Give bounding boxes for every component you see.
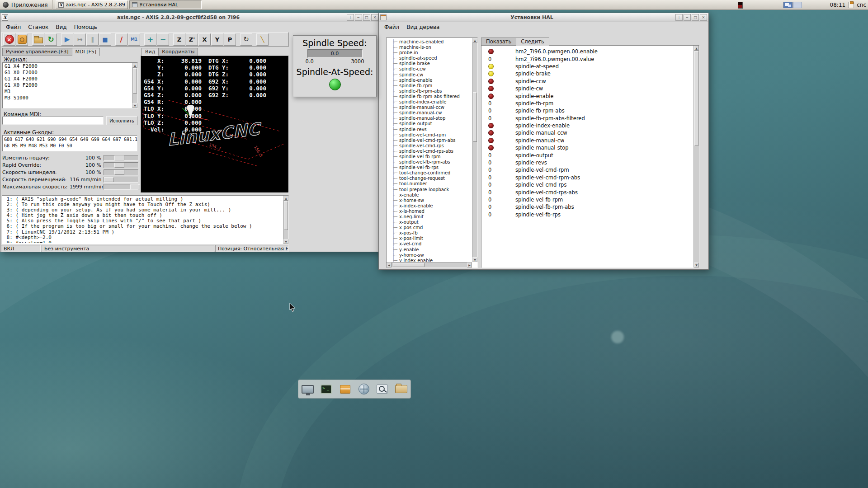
watch-row[interactable]: 0 spindle-vel-cmd-rpm bbox=[482, 166, 693, 174]
menu-item[interactable]: Вид дерева bbox=[403, 23, 443, 31]
estop-button[interactable]: × bbox=[3, 33, 15, 46]
hal-titlebar[interactable]: Установки HAL ↑−□× bbox=[379, 13, 708, 22]
override-slider[interactable] bbox=[104, 177, 138, 183]
slider-thumb[interactable] bbox=[114, 170, 124, 175]
history-item[interactable]: G1 X4 F2000 bbox=[4, 76, 132, 82]
scroll-up-icon[interactable] bbox=[472, 38, 477, 43]
watch-row[interactable]: 0 spindle-vel-cmd-rpm-abs bbox=[482, 174, 693, 181]
zoom-out-button[interactable]: − bbox=[157, 33, 169, 46]
open-file-button[interactable] bbox=[32, 33, 44, 46]
tree-item[interactable]: machine-is-enabled bbox=[387, 39, 472, 45]
history-item[interactable]: G1 X4 F2000 bbox=[4, 63, 132, 70]
stop-button[interactable]: ■ bbox=[99, 33, 111, 46]
shade-button[interactable]: ↑ bbox=[347, 14, 354, 21]
minimize-button[interactable]: − bbox=[684, 14, 691, 21]
watch-row[interactable]: 0 spindle-vel-fb-rpm-abs bbox=[482, 203, 693, 211]
tree-item[interactable]: spindle-revs bbox=[387, 127, 472, 132]
scroll-right-icon[interactable] bbox=[467, 263, 472, 267]
view-perspective-button[interactable]: P bbox=[224, 33, 236, 46]
slider-thumb[interactable] bbox=[130, 184, 140, 189]
tree-item[interactable]: spindle-fb-rpm bbox=[387, 83, 472, 89]
tree-item[interactable]: x-pos-fb bbox=[387, 230, 472, 236]
watch-row[interactable]: 0 spindle-vel-fb-rpm bbox=[482, 196, 693, 203]
tree-item[interactable]: spindle-index-enable bbox=[387, 99, 472, 105]
zoom-in-button[interactable]: + bbox=[144, 33, 156, 46]
mdi-execute-button[interactable]: Исполнить bbox=[106, 116, 137, 125]
tree-item[interactable]: spindle-enable bbox=[387, 78, 472, 83]
scroll-thumb[interactable] bbox=[473, 92, 477, 142]
tree-item[interactable]: spindle-manual-ccw bbox=[387, 105, 472, 110]
pause-button[interactable]: ‖ bbox=[86, 33, 99, 46]
slider-thumb[interactable] bbox=[114, 155, 124, 160]
menu-item[interactable]: Помощь bbox=[71, 23, 101, 31]
tree-item[interactable]: y-index-enable bbox=[387, 258, 472, 262]
menu-item[interactable]: Вид bbox=[52, 23, 70, 31]
control-tab[interactable]: MDI [F5] bbox=[72, 48, 100, 56]
tree-item[interactable]: probe-in bbox=[387, 50, 472, 56]
override-slider[interactable] bbox=[104, 162, 138, 168]
watch-row[interactable]: 0 spindle-vel-cmd-rps bbox=[482, 181, 693, 188]
machine-power-button[interactable]: ○ bbox=[16, 33, 28, 46]
tree-item[interactable]: x-neg-limit bbox=[387, 214, 472, 220]
preview-tab[interactable]: Вид bbox=[142, 48, 159, 56]
tree-item[interactable]: spindle-ccw bbox=[387, 66, 472, 72]
scroll-up-icon[interactable] bbox=[694, 46, 699, 51]
history-item[interactable]: G1 X0 F2000 bbox=[4, 82, 132, 89]
tree-item[interactable]: x-vel-cmd bbox=[387, 241, 472, 247]
scroll-up-icon[interactable] bbox=[283, 196, 288, 201]
scroll-down-icon[interactable] bbox=[472, 257, 477, 262]
scroll-thumb[interactable] bbox=[133, 68, 137, 94]
tree-hscrollbar[interactable] bbox=[387, 262, 472, 267]
tree-item[interactable]: spindle-fb-rpm-abs bbox=[387, 89, 472, 94]
override-slider[interactable] bbox=[104, 184, 138, 190]
close-button[interactable]: × bbox=[371, 14, 378, 21]
skip-lines-toggle[interactable]: / bbox=[115, 33, 127, 46]
tree-item[interactable]: spindle-brake bbox=[387, 61, 472, 66]
system-monitor-icon[interactable] bbox=[738, 2, 743, 9]
watch-row[interactable]: spindle-manual-stop bbox=[482, 144, 693, 151]
tree-item[interactable]: spindle-at-speed bbox=[387, 56, 472, 61]
gcode-scrollbar[interactable] bbox=[283, 196, 288, 244]
scroll-thumb[interactable] bbox=[393, 263, 425, 267]
tree-item[interactable]: spindle-vel-fb-rpm bbox=[387, 154, 472, 160]
history-item[interactable]: G1 X0 F2000 bbox=[4, 70, 132, 76]
close-button[interactable]: × bbox=[700, 14, 707, 21]
run-button[interactable]: ▶ bbox=[61, 33, 73, 46]
tree-item[interactable]: spindle-vel-cmd-rps-abs bbox=[387, 149, 472, 154]
scroll-thumb[interactable] bbox=[284, 201, 288, 230]
watch-row[interactable]: 0 spindle-vel-fb-rps bbox=[482, 211, 693, 218]
workspace-pager[interactable] bbox=[783, 2, 802, 8]
tree-item[interactable]: spindle-vel-fb-rpm-abs bbox=[387, 160, 472, 165]
tree-item[interactable]: x-home-sw bbox=[387, 198, 472, 203]
clipboard-icon[interactable] bbox=[848, 2, 854, 8]
watch-row[interactable]: spindle-index-enable bbox=[482, 122, 693, 129]
watch-row[interactable]: spindle-brake bbox=[482, 70, 693, 77]
tree-item[interactable]: x-output bbox=[387, 220, 472, 225]
optional-pause-toggle[interactable]: M1 bbox=[128, 33, 140, 46]
gcode-preview[interactable]: LinuxCNC 134.7 156.5 X: 38.819 DTG X: 0.… bbox=[141, 56, 289, 193]
watch-row[interactable]: 0 hm2_7i96.0.pwmgen.00.value bbox=[482, 55, 693, 62]
gcode-line[interactable]: 8: #<depth>=2.0 bbox=[4, 235, 283, 240]
tree-vscrollbar[interactable] bbox=[472, 38, 477, 262]
workspace-1[interactable] bbox=[783, 2, 793, 8]
scroll-up-icon[interactable] bbox=[132, 63, 137, 68]
rotate-view-button[interactable]: ↻ bbox=[240, 33, 252, 46]
maximize-button[interactable]: □ bbox=[363, 14, 370, 21]
gcode-line[interactable]: 9: #<scale>=1.0 bbox=[4, 240, 283, 243]
hal-watch-panel[interactable]: hm2_7i96.0.pwmgen.00.enable 0 hm2_7i96.0… bbox=[481, 45, 699, 268]
tree-item[interactable]: spindle-manual-cw bbox=[387, 110, 472, 116]
scroll-down-icon[interactable] bbox=[694, 263, 699, 267]
taskbar-window-button[interactable]: axis.ngc - AXIS 2.8.2-89-... bbox=[56, 0, 128, 9]
search-launcher[interactable] bbox=[374, 380, 391, 398]
history-item[interactable]: M3 bbox=[4, 89, 132, 95]
tree-item[interactable]: x-enable bbox=[387, 192, 472, 198]
tree-item[interactable]: spindle-vel-cmd-rpm-abs bbox=[387, 138, 472, 143]
tree-item[interactable]: spindle-manual-stop bbox=[387, 116, 472, 121]
tree-item[interactable]: spindle-cw bbox=[387, 72, 472, 78]
tree-item[interactable]: machine-is-on bbox=[387, 45, 472, 50]
tree-item[interactable]: spindle-vel-cmd-rpm bbox=[387, 132, 472, 138]
tree-item[interactable]: x-pos-limit bbox=[387, 236, 472, 241]
tree-item[interactable]: spindle-fb-rpm-abs-filtered bbox=[387, 94, 472, 99]
scroll-thumb[interactable] bbox=[694, 51, 698, 146]
watch-row[interactable]: hm2_7i96.0.pwmgen.00.enable bbox=[482, 48, 693, 55]
